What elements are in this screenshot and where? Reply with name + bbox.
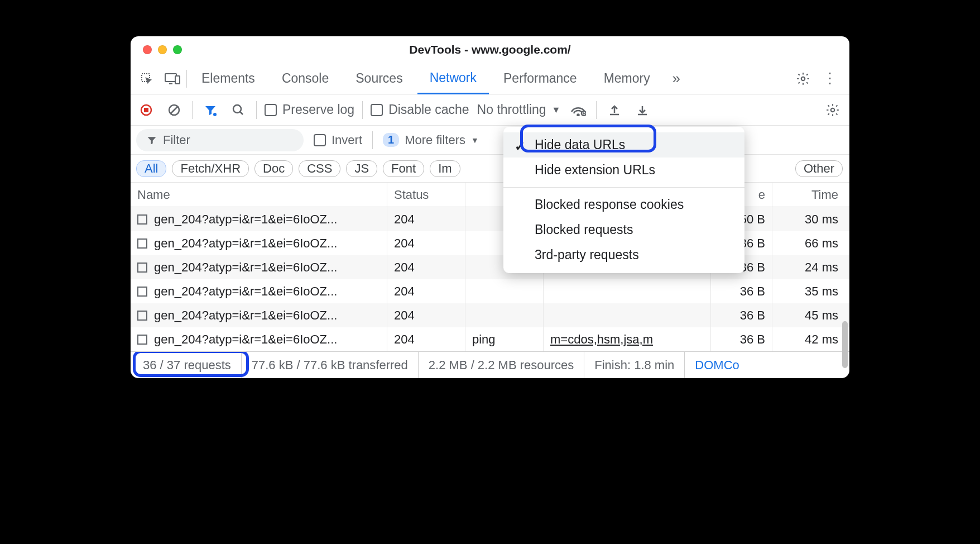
document-icon (137, 311, 147, 321)
chip-doc[interactable]: Doc (254, 160, 293, 177)
cell-initiator: m=cdos,hsm,jsa,m (544, 327, 711, 351)
dd-hide-extension-urls[interactable]: Hide extension URLs (503, 158, 744, 183)
tab-console[interactable]: Console (270, 63, 341, 94)
tab-sources[interactable]: Sources (343, 63, 415, 94)
clear-button[interactable] (164, 100, 184, 120)
cell-time: 42 ms (772, 327, 845, 351)
document-icon (137, 214, 147, 225)
document-icon (137, 238, 147, 249)
divider (596, 101, 597, 119)
request-name: gen_204?atyp=i&r=1&ei=6IoOZ... (154, 284, 337, 299)
close-dot[interactable] (143, 45, 152, 54)
col-status[interactable]: Status (387, 183, 465, 207)
initiator-link[interactable]: m=cdos,hsm,jsa,m (550, 332, 653, 347)
table-row[interactable]: gen_204?atyp=i&r=1&ei=6IoOZ...204pingm=c… (131, 327, 849, 351)
device-toolbar-icon[interactable] (161, 67, 184, 90)
throttling-select[interactable]: No throttling ▼ (477, 102, 561, 117)
preserve-log-label: Preserve log (282, 102, 354, 117)
cell-type: ping (465, 327, 544, 351)
dd-label: Hide extension URLs (535, 163, 655, 177)
tab-memory[interactable]: Memory (592, 63, 662, 94)
filter-input[interactable]: Filter (136, 129, 304, 151)
document-icon (137, 335, 147, 345)
dd-blocked-requests[interactable]: Blocked requests (503, 217, 744, 242)
svg-line-10 (240, 112, 243, 114)
titlebar: DevTools - www.google.com/ (131, 36, 849, 63)
filter-toggle-icon[interactable] (200, 100, 220, 120)
col-name[interactable]: Name (131, 183, 387, 207)
zoom-dot[interactable] (173, 45, 182, 54)
invert-checkbox[interactable]: Invert (314, 133, 362, 147)
chip-fetch-xhr[interactable]: Fetch/XHR (172, 160, 249, 177)
kebab-menu-icon[interactable]: ⋮ (818, 67, 842, 90)
status-finish: Finish: 1.8 min (584, 352, 685, 378)
dd-label: Blocked requests (535, 222, 633, 237)
cell-time: 35 ms (772, 279, 845, 303)
cell-time: 66 ms (772, 231, 845, 255)
col-time[interactable]: Time (772, 183, 845, 207)
more-tabs-icon[interactable]: » (665, 67, 688, 90)
search-icon[interactable] (228, 100, 248, 120)
dropdown-separator (503, 187, 744, 188)
svg-point-11 (578, 114, 579, 116)
chip-js[interactable]: JS (346, 160, 377, 177)
network-settings-gear-icon[interactable] (823, 100, 843, 120)
traffic-lights (143, 45, 182, 54)
download-har-icon[interactable] (632, 100, 652, 120)
tab-elements[interactable]: Elements (189, 63, 267, 94)
divider (186, 70, 187, 88)
cell-type (465, 279, 544, 303)
tab-performance[interactable]: Performance (491, 63, 589, 94)
cell-type (465, 303, 544, 327)
chip-font[interactable]: Font (383, 160, 424, 177)
more-filters-dropdown: ✓ Hide data URLs Hide extension URLs Blo… (503, 127, 744, 273)
cell-time: 24 ms (772, 255, 845, 279)
inspect-icon[interactable] (135, 67, 158, 90)
invert-label: Invert (332, 133, 362, 147)
more-filters-button[interactable]: 1 More filters ▼ (383, 133, 479, 147)
cell-status: 204 (387, 303, 465, 327)
svg-point-9 (233, 105, 241, 113)
dd-label: Blocked response cookies (535, 197, 684, 212)
cell-size: 36 B (711, 279, 772, 303)
preserve-log-checkbox[interactable]: Preserve log (265, 102, 354, 117)
record-button[interactable] (136, 100, 156, 120)
filter-placeholder: Filter (163, 133, 190, 147)
disable-cache-checkbox[interactable]: Disable cache (371, 102, 469, 117)
checkbox-icon (314, 134, 326, 146)
chevron-down-icon: ▼ (471, 136, 479, 145)
upload-har-icon[interactable] (604, 100, 624, 120)
chip-other[interactable]: Other (795, 160, 843, 177)
check-icon: ✓ (515, 139, 525, 154)
dd-hide-data-urls[interactable]: ✓ Hide data URLs (503, 132, 744, 158)
devtools-window: DevTools - www.google.com/ Elements Cons… (131, 36, 849, 378)
minimize-dot[interactable] (158, 45, 167, 54)
scrollbar-thumb[interactable] (842, 321, 848, 368)
document-icon (137, 263, 147, 273)
table-row[interactable]: gen_204?atyp=i&r=1&ei=6IoOZ...20436 B45 … (131, 303, 849, 327)
chip-css[interactable]: CSS (299, 160, 340, 177)
panel-tabbar: Elements Console Sources Network Perform… (131, 63, 849, 94)
dd-third-party-requests[interactable]: 3rd-party requests (503, 242, 744, 268)
settings-gear-icon[interactable] (791, 67, 815, 90)
cell-time: 30 ms (772, 207, 845, 231)
chip-all[interactable]: All (136, 160, 166, 177)
network-conditions-icon[interactable] (568, 100, 588, 120)
divider (192, 101, 193, 119)
chip-img[interactable]: Im (430, 160, 460, 177)
dd-blocked-response-cookies[interactable]: Blocked response cookies (503, 192, 744, 217)
divider (372, 131, 373, 149)
request-name: gen_204?atyp=i&r=1&ei=6IoOZ... (154, 332, 337, 347)
table-row[interactable]: gen_204?atyp=i&r=1&ei=6IoOZ...20436 B35 … (131, 279, 849, 303)
document-icon (137, 287, 147, 297)
window-title: DevTools - www.google.com/ (409, 43, 570, 56)
svg-rect-2 (175, 76, 180, 84)
more-filters-count-badge: 1 (383, 133, 399, 147)
request-name: gen_204?atyp=i&r=1&ei=6IoOZ... (154, 308, 337, 323)
tab-network[interactable]: Network (417, 64, 489, 94)
divider (362, 101, 363, 119)
cell-status: 204 (387, 279, 465, 303)
cell-status: 204 (387, 231, 465, 255)
cell-status: 204 (387, 207, 465, 231)
status-bar: 36 / 37 requests 77.6 kB / 77.6 kB trans… (131, 351, 849, 378)
